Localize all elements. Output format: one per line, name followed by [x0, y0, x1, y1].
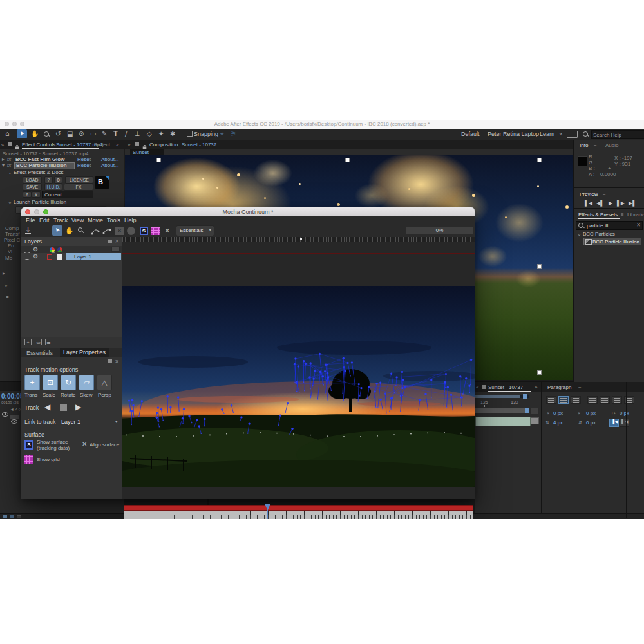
hand-tool-icon[interactable]: ✋ [31, 130, 39, 137]
type-tool-icon[interactable]: T [113, 130, 118, 137]
motion-blur-icon[interactable] [10, 515, 14, 518]
justify-last-center-button[interactable] [600, 396, 610, 404]
text-direction-ltr-button[interactable]: ▐◀ [609, 419, 619, 427]
about-link[interactable]: About... [101, 162, 119, 168]
workspace-learn[interactable]: Learn [540, 131, 554, 137]
timeline-scrollbar[interactable] [475, 395, 529, 398]
justify-last-right-button[interactable] [612, 396, 622, 404]
layer-handle[interactable] [345, 158, 350, 162]
current-timecode[interactable]: 0:00:05 [1, 393, 23, 400]
panel-collapse-icon[interactable]: « [1, 142, 4, 147]
frame-ruler[interactable] [124, 511, 473, 519]
effect-name[interactable]: BCC Fast Film Glow [15, 156, 64, 162]
scrollbar-thumb[interactable] [475, 395, 520, 398]
float-panel-icon[interactable] [108, 240, 112, 243]
layer-spline-color-chip[interactable] [47, 254, 52, 260]
search-help-input[interactable] [591, 130, 644, 139]
panel-menu-icon[interactable]: ≡ [578, 384, 582, 390]
align-right-button[interactable] [571, 396, 581, 404]
next-frame-icon[interactable]: ▌▶ [617, 200, 625, 206]
effects-presets-title[interactable]: Effects & Presets [578, 212, 618, 218]
hud-button[interactable]: H.U.D. [44, 184, 62, 191]
tab-project[interactable]: Project [94, 142, 110, 147]
tab-layer-properties[interactable]: Layer Properties [60, 348, 109, 357]
effect-name[interactable]: BCC Particle Illusion [16, 162, 67, 168]
panel-overflow[interactable]: » [535, 384, 537, 390]
mocha-titlebar[interactable]: Mocha Continuum * [21, 207, 475, 217]
footage-image[interactable] [122, 286, 475, 487]
eraser-tool-icon[interactable]: ◇ [147, 130, 152, 137]
layer-eye-icon[interactable] [11, 419, 17, 424]
twirl-icon[interactable]: ▸ [6, 294, 9, 299]
viewer-tab[interactable]: Sunset - 10737 [130, 149, 164, 155]
work-area-bar[interactable] [475, 408, 529, 413]
clear-search-icon[interactable]: ✕ [636, 222, 641, 228]
chevron-down-icon[interactable]: ▾ [115, 419, 118, 424]
menu-movie[interactable]: Movie [88, 217, 103, 223]
layer-gear-icon[interactable]: ⚙ [33, 253, 38, 260]
track-forward-button[interactable]: ▶ [75, 402, 81, 412]
load-button[interactable]: LOAD [23, 176, 42, 184]
tracked-range-bar[interactable] [124, 505, 473, 511]
divider[interactable] [626, 382, 627, 518]
space-before-value[interactable]: 4 px [553, 420, 563, 426]
layer-duration-bar[interactable] [475, 417, 531, 426]
tab-paragraph[interactable]: Paragraph [547, 384, 571, 390]
home-icon[interactable]: ⌂ [5, 130, 9, 137]
workspace-bar-icon[interactable] [567, 131, 578, 138]
roto-brush-tool-icon[interactable]: ✦ [158, 130, 164, 137]
shape-tool-icon[interactable]: ▭ [90, 130, 96, 137]
launch-group-row[interactable]: ⌄ Launch Particle Illusion [8, 199, 66, 205]
menu-view[interactable]: View [71, 217, 84, 223]
tab-timeline[interactable]: Sunset - 10737 [488, 384, 523, 390]
menu-help[interactable]: Help [124, 217, 137, 223]
layer-row[interactable]: ⚙ Layer 1 [21, 253, 122, 260]
pan-behind-tool-icon[interactable]: ⊙ [79, 130, 84, 137]
show-grid-label[interactable]: Show grid [37, 457, 60, 462]
layer-list-menu-icon[interactable] [111, 247, 120, 252]
prev-preset-button[interactable]: ∧ [23, 191, 32, 198]
layer-label-chip[interactable] [10, 415, 19, 419]
tab-essentials[interactable]: Essentials [24, 349, 55, 357]
layer-handle[interactable] [537, 158, 542, 162]
motion-scale-button[interactable]: ⊡ [43, 375, 58, 390]
panel-collapse-icon[interactable]: « [476, 384, 478, 390]
zoom-tool-icon[interactable] [78, 227, 82, 232]
zoom-tool-icon[interactable] [44, 131, 49, 137]
first-line-indent-value[interactable]: 0 px [620, 410, 629, 416]
panel-overflow[interactable]: » [641, 212, 643, 218]
link-to-track-value[interactable]: Layer 1 [61, 419, 80, 425]
time-ruler[interactable]: 125 130 [475, 399, 529, 407]
align-surface-toolbar-icon[interactable]: ✕ [164, 227, 170, 235]
lock-icon[interactable] [15, 147, 19, 149]
current-preset-field[interactable]: Current [42, 191, 93, 198]
presets-group-row[interactable]: ⌄ Effect Presets & Docs [8, 169, 64, 175]
create-xspline-tool-icon[interactable] [91, 227, 100, 235]
layer-handle[interactable] [537, 264, 542, 269]
grid-off-icon[interactable] [127, 227, 135, 235]
workspace-overflow[interactable]: » [559, 131, 562, 137]
layer-switch-icon[interactable] [531, 417, 539, 424]
scroll-handle[interactable] [523, 394, 527, 399]
show-grid-toolbar-icon[interactable] [151, 227, 160, 235]
camera-tool-icon[interactable]: ⬓ [67, 130, 73, 137]
preset-dropdown[interactable]: Essentials ▾ [176, 225, 214, 236]
license-button[interactable]: LICENSE [65, 176, 93, 184]
pen-tool-icon[interactable]: ✎ [102, 130, 107, 137]
clone-stamp-tool-icon[interactable]: ⟂ [135, 130, 140, 138]
effects-search-input[interactable] [585, 222, 636, 229]
playhead-handle[interactable] [525, 408, 529, 413]
close-panel-icon[interactable]: ✕ [115, 238, 119, 244]
prev-frame-icon[interactable]: ◀▌ [596, 200, 604, 206]
snap-option2-icon[interactable]: ⚞ [231, 130, 236, 137]
layer-handle[interactable] [156, 158, 161, 162]
reset-link[interactable]: Reset [77, 156, 91, 162]
show-surface-label1[interactable]: Show surface [37, 439, 68, 445]
new-folder-icon[interactable]: + [24, 339, 32, 345]
text-direction-rtl-button[interactable]: ▌◀ [620, 419, 629, 427]
next-preset-button[interactable]: ∨ [32, 191, 41, 198]
tab-audio[interactable]: Audio [605, 142, 618, 148]
motion-translation-button[interactable]: + [24, 375, 40, 390]
float-panel-icon[interactable] [108, 359, 112, 363]
first-frame-icon[interactable]: ▌◀ [585, 200, 592, 206]
